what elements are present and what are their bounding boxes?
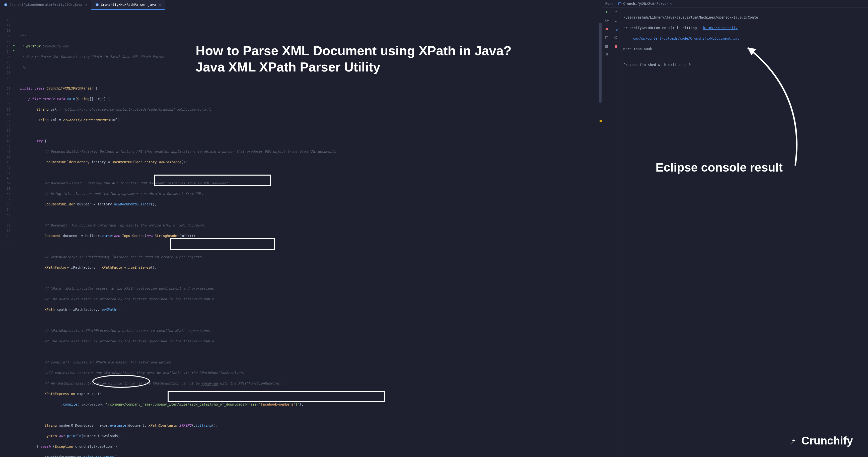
console-link[interactable]: https://crunchify	[703, 26, 738, 30]
tab-label: CrunchifyJsonGeneratorPrettyJSON.java	[9, 3, 82, 6]
crunchify-logo: Crunchify	[787, 434, 853, 447]
editor-scrollbar[interactable]	[598, 10, 602, 457]
soft-wrap-icon[interactable]	[614, 27, 618, 31]
gutter-icons: ▶ ▶	[12, 10, 18, 457]
svg-rect-10	[605, 47, 607, 48]
svg-rect-4	[619, 2, 621, 5]
java-class-icon: C	[95, 3, 99, 6]
run-config-tab[interactable]: CrunchifyXMLXPathParser ×	[616, 2, 674, 5]
run-config-icon	[618, 2, 622, 5]
run-label: Run:	[605, 2, 613, 5]
run-menu-icon[interactable]: ⋮	[861, 2, 865, 7]
svg-point-5	[606, 20, 608, 21]
settings-icon[interactable]	[605, 19, 609, 23]
line-gutter: 1819202122232425262728293031323334353637…	[0, 10, 12, 457]
console-link[interactable]: .com/wp-content/uploads/code/CrunchifyXM…	[623, 36, 865, 41]
stop-icon[interactable]	[605, 27, 609, 31]
tab-label: CrunchifyXMLXPathParser.java	[101, 3, 156, 6]
svg-text:C: C	[5, 3, 6, 6]
logo-icon	[787, 435, 799, 447]
overlay-title: How to Parse XML Document using XPath in…	[196, 43, 512, 75]
close-icon[interactable]: ×	[85, 3, 87, 7]
svg-rect-13	[615, 36, 617, 37]
rerun-icon[interactable]	[605, 10, 609, 14]
scrollbar-warning-mark[interactable]	[599, 120, 602, 122]
svg-rect-8	[605, 44, 607, 46]
close-icon[interactable]: ×	[159, 3, 161, 7]
scrollbar-thumb[interactable]	[599, 23, 601, 103]
close-icon[interactable]: ×	[670, 2, 672, 5]
java-class-icon: C	[4, 3, 7, 6]
annotation-arrow	[607, 43, 808, 173]
run-header: Run: CrunchifyXMLXPathParser × ⋮	[602, 0, 868, 7]
scroll-down-icon[interactable]	[614, 19, 618, 23]
svg-text:C: C	[96, 3, 98, 6]
dump-icon[interactable]	[605, 36, 609, 40]
scroll-up-icon[interactable]	[614, 10, 618, 14]
tab-file-2[interactable]: C CrunchifyXMLXPathParser.java ×	[91, 0, 165, 10]
svg-rect-7	[606, 36, 608, 39]
annotation-label: Eclipse console result	[655, 160, 783, 174]
run-class-icon[interactable]: ▶	[13, 43, 15, 47]
run-main-icon[interactable]: ▶	[13, 49, 15, 52]
svg-rect-6	[606, 28, 608, 30]
run-config-label: CrunchifyXMLXPathParser	[623, 2, 668, 5]
console-line: /Users/ashah/Library/Java/JavaVirtualMac…	[623, 15, 865, 20]
tab-menu-icon[interactable]: ⋮	[593, 2, 597, 7]
print-icon[interactable]	[614, 36, 618, 40]
tab-file-1[interactable]: C CrunchifyJsonGeneratorPrettyJSON.java …	[0, 0, 91, 10]
console-line: crunchifyGetURLContents() is hitting :	[623, 26, 703, 30]
